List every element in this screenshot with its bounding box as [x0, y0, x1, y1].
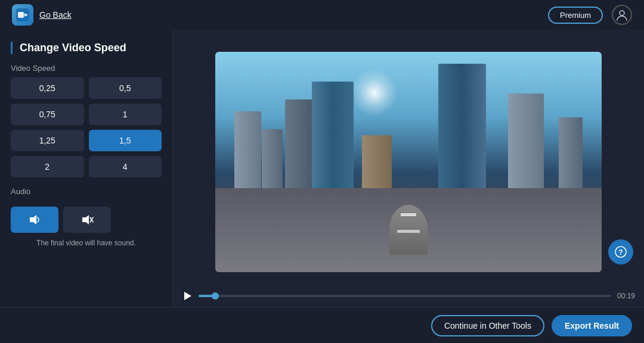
building-right-1 — [508, 93, 544, 195]
building-center-left — [312, 82, 354, 195]
user-avatar[interactable] — [612, 5, 632, 25]
audio-label: Audio — [11, 187, 162, 196]
building-2 — [262, 129, 283, 195]
svg-marker-5 — [82, 215, 89, 224]
speed-grid: 0,25 0,5 0,75 1 1,25 1,5 2 4 — [11, 77, 162, 177]
road — [215, 188, 602, 272]
svg-point-3 — [620, 11, 624, 15]
speed-btn-05[interactable]: 0,5 — [89, 77, 162, 99]
audio-hint: The final video will have sound. — [11, 239, 162, 247]
video-area — [173, 30, 644, 285]
audio-section: Audio The final video will have sou — [11, 187, 162, 247]
time-total: 00:19 — [617, 292, 635, 300]
building-right-2 — [559, 117, 583, 195]
go-back-button[interactable]: Go Back — [39, 10, 72, 20]
video-speed-section: Video Speed 0,25 0,5 0,75 1 1,25 1,5 2 4 — [11, 64, 162, 177]
video-thumbnail — [215, 52, 602, 272]
speed-btn-075[interactable]: 0,75 — [11, 104, 84, 125]
svg-rect-1 — [18, 12, 24, 18]
svg-marker-8 — [184, 292, 191, 300]
video-speed-label: Video Speed — [11, 64, 162, 73]
svg-text:?: ? — [618, 248, 623, 257]
speed-btn-1[interactable]: 1 — [89, 104, 162, 125]
export-result-button[interactable]: Export Result — [552, 315, 632, 336]
sidebar-title: Change Video Speed — [11, 42, 162, 54]
speed-btn-15[interactable]: 1,5 — [89, 130, 162, 151]
progress-bar[interactable] — [199, 295, 611, 297]
footer-bar: Continue in Other Tools Export Result — [0, 307, 644, 343]
speed-btn-4[interactable]: 4 — [89, 156, 162, 177]
svg-marker-4 — [30, 215, 36, 224]
speed-btn-2[interactable]: 2 — [11, 156, 84, 177]
play-button[interactable] — [182, 291, 193, 301]
sidebar: Change Video Speed Video Speed 0,25 0,5 … — [0, 30, 173, 307]
app-logo — [12, 4, 33, 26]
continue-in-other-tools-button[interactable]: Continue in Other Tools — [431, 315, 544, 336]
header-left: Go Back — [12, 4, 72, 26]
speed-btn-125[interactable]: 1,25 — [11, 130, 84, 151]
premium-button[interactable]: Premium — [548, 7, 603, 24]
audio-buttons — [11, 207, 162, 233]
content-area: 00:19 ? — [173, 30, 644, 307]
building-glass-tower — [438, 64, 486, 195]
audio-off-button[interactable] — [63, 207, 111, 233]
main-layout: Change Video Speed Video Speed 0,25 0,5 … — [0, 30, 644, 307]
building-1 — [234, 111, 261, 195]
header-right: Premium — [548, 5, 632, 25]
building-church — [362, 135, 392, 195]
progress-fill — [199, 295, 215, 297]
speed-btn-025[interactable]: 0,25 — [11, 77, 84, 99]
audio-on-button[interactable] — [11, 207, 58, 233]
support-button[interactable]: ? — [608, 239, 633, 264]
progress-thumb — [212, 292, 219, 300]
video-controls: 00:19 — [173, 285, 644, 307]
header: Go Back Premium — [0, 0, 644, 30]
video-container — [215, 52, 602, 272]
sun-glare — [351, 69, 398, 117]
